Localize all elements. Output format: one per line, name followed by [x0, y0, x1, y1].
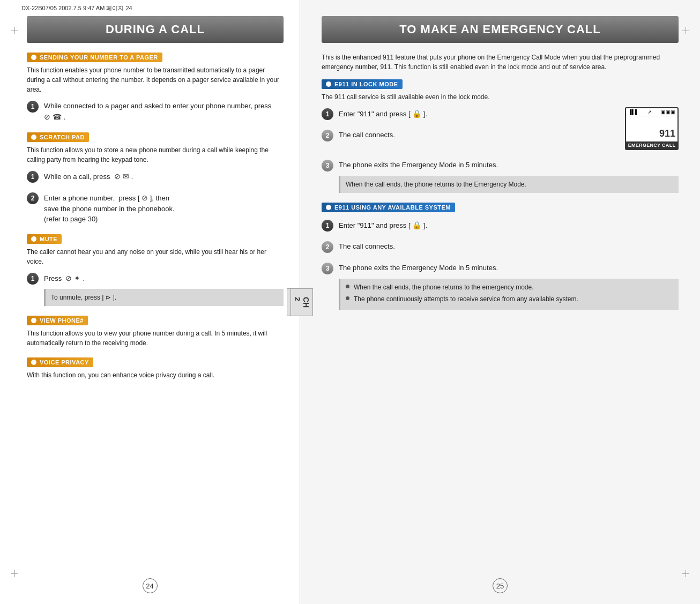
- ch-tab-right: CH2: [291, 288, 313, 316]
- section-header-e911any: E911 USING ANY AVAILABLE SYSTEM: [322, 203, 455, 212]
- section-scratch: SCRATCH PAD This function allows you to …: [27, 132, 284, 225]
- section-label-sending: SENDING YOUR NUMBER TO A PAGER: [40, 54, 158, 61]
- section-label-mute: MUTE: [40, 236, 57, 242]
- step-num-mute-1: 1: [27, 273, 39, 285]
- section-body-sending: This function enables your phone number …: [27, 65, 284, 94]
- step-text-e911lock-2: The call connects.: [339, 129, 395, 140]
- step-num-e911lock-3: 3: [322, 160, 333, 171]
- step-num-scratch-2: 2: [27, 192, 39, 204]
- step-e911any-1: 1 Enter "911" and press [ 🔒 ].: [322, 219, 679, 232]
- dot-e911lock: [326, 81, 331, 87]
- section-voiceprivacy: VOICE PRIVACY With this function on, you…: [27, 357, 284, 380]
- note-bullet-1: When the call ends, the phone returns to…: [346, 282, 673, 292]
- mute-note: To unmute, press [ ⊳ ].: [44, 289, 284, 306]
- section-label-e911any: E911 USING ANY AVAILABLE SYSTEM: [334, 204, 451, 211]
- step-text-scratch-1: While on a call, press ⊘ ✉ .: [44, 170, 133, 182]
- step-text-e911any-2: The call connects.: [339, 240, 395, 252]
- dot-viewphone: [31, 318, 36, 323]
- step-text-e911any-3: The phone exits the Emergency Mode in 5 …: [339, 262, 498, 273]
- left-page-title: DURING A CALL: [27, 16, 284, 43]
- dot-mute: [31, 236, 36, 242]
- section-header-scratch: SCRATCH PAD: [27, 132, 89, 142]
- section-header-sending: SENDING YOUR NUMBER TO A PAGER: [27, 53, 162, 62]
- dot-scratch: [31, 135, 36, 140]
- section-header-e911lock: E911 IN LOCK MODE: [322, 79, 403, 89]
- step-sending-1: 1 While connected to a pager and asked t…: [27, 100, 284, 123]
- dot-e911any: [326, 205, 331, 210]
- phone-emergency-bar: EMERGENCY CALL: [626, 141, 677, 149]
- step-num-e911lock-2: 2: [322, 130, 333, 141]
- section-label-viewphone: VIEW PHONE#: [40, 317, 84, 324]
- step-num-e911lock-1: 1: [322, 108, 333, 120]
- step-num-e911any-2: 2: [322, 241, 333, 253]
- note-bullet-2: The phone continuously attempts to recei…: [346, 294, 673, 304]
- step-text-e911any-1: Enter "911" and press [ 🔒 ].: [339, 219, 427, 231]
- reg-mark-tl: [11, 27, 18, 34]
- bullet-dot-2: [346, 296, 349, 300]
- reg-mark-br: [682, 570, 689, 577]
- phone-screen: ▐▌▌ ↗ ▣▣▣ 911 EMERGENCY CALL: [625, 107, 679, 150]
- icon-phone-sym: ⊘ ☎ .: [44, 113, 66, 121]
- doc-meta: DX-22B07/05 2002.7.5 9:47 AM 페이지 24: [21, 4, 132, 12]
- step-e911lock-1: 1 Enter "911" and press [ 🔒 ].: [322, 107, 597, 120]
- section-body-e911lock: The 911 call service is still available …: [322, 92, 679, 102]
- signal-icon: ▐▌▌: [628, 109, 638, 115]
- right-page: TO MAKE AN EMERGENCY CALL This is the en…: [300, 0, 700, 604]
- section-viewphone: VIEW PHONE# This function allows you to …: [27, 316, 284, 348]
- section-e911any: E911 USING ANY AVAILABLE SYSTEM 1 Enter …: [322, 203, 679, 310]
- phone-screen-content: 911: [626, 116, 677, 141]
- step-e911any-3: 3 The phone exits the Emergency Mode in …: [322, 262, 679, 274]
- section-sending: SENDING YOUR NUMBER TO A PAGER This func…: [27, 53, 284, 123]
- page-number-left: 24: [143, 578, 158, 593]
- section-label-e911lock: E911 IN LOCK MODE: [334, 81, 398, 87]
- step-num-e911any-1: 1: [322, 220, 333, 232]
- step-text-e911lock-3: The phone exits the Emergency Mode in 5 …: [339, 159, 498, 170]
- section-header-mute: MUTE: [27, 234, 62, 244]
- step-text-mute-1: Press ⊘ ✦ .: [44, 272, 85, 284]
- section-body-viewphone: This function allows you to view your ph…: [27, 329, 284, 348]
- e911lock-note: When the call ends, the phone returns to…: [339, 176, 679, 193]
- call-icon: ↗: [647, 109, 652, 115]
- step-text-sending-1: While connected to a pager and asked to …: [44, 100, 284, 123]
- bullet-dot-1: [346, 285, 349, 288]
- note-text-2: The phone continuously attempts to recei…: [354, 294, 578, 304]
- section-header-voiceprivacy: VOICE PRIVACY: [27, 357, 93, 367]
- icon-mute-sym: ⊘ ✦ .: [65, 274, 85, 282]
- step-num-sending-1: 1: [27, 101, 39, 113]
- battery-icon: ▣▣▣: [661, 109, 675, 115]
- e911any-notes: When the call ends, the phone returns to…: [339, 279, 679, 310]
- dot-sending: [31, 55, 36, 60]
- section-header-viewphone: VIEW PHONE#: [27, 316, 88, 325]
- phone-status-bar: ▐▌▌ ↗ ▣▣▣: [626, 108, 677, 116]
- step-scratch-1: 1 While on a call, press ⊘ ✉ .: [27, 170, 284, 183]
- section-body-mute: The caller cannot hear you and any noise…: [27, 247, 284, 266]
- right-intro: This is the enhanced 911 feature that pu…: [322, 53, 679, 72]
- left-page: DX-22B07/05 2002.7.5 9:47 AM 페이지 24 DURI…: [0, 0, 300, 604]
- reg-mark-tr: [682, 27, 689, 34]
- note-text-1: When the call ends, the phone returns to…: [354, 282, 534, 292]
- section-label-scratch: SCRATCH PAD: [40, 134, 85, 140]
- section-e911lock: E911 IN LOCK MODE The 911 call service i…: [322, 79, 679, 193]
- section-body-voiceprivacy: With this function on, you can enhance v…: [27, 370, 284, 380]
- mute-note-text: To unmute, press [ ⊳ ].: [51, 293, 278, 302]
- step-num-scratch-1: 1: [27, 171, 39, 183]
- page-number-right: 25: [493, 578, 508, 593]
- section-mute: MUTE The caller cannot hear you and any …: [27, 234, 284, 306]
- icon-scratch-sym: ⊘ ✉ .: [114, 172, 133, 181]
- reg-mark-bl: [11, 570, 18, 577]
- section-body-scratch: This function allows you to store a new …: [27, 145, 284, 165]
- phone-911-display: 911: [659, 128, 675, 139]
- step-e911lock-3: 3 The phone exits the Emergency Mode in …: [322, 159, 679, 171]
- e911lock-note-text: When the call ends, the phone returns to…: [346, 180, 673, 189]
- dot-voiceprivacy: [31, 360, 36, 365]
- step-scratch-2: 2 Enter a phone number, press [ ⊘ ], the…: [27, 191, 284, 225]
- step-text-scratch-2: Enter a phone number, press [ ⊘ ], then …: [44, 191, 175, 225]
- step-e911any-2: 2 The call connects.: [322, 240, 679, 253]
- step-e911lock-2: 2 The call connects.: [322, 129, 597, 141]
- step-num-e911any-3: 3: [322, 263, 333, 274]
- section-label-voiceprivacy: VOICE PRIVACY: [40, 359, 89, 366]
- step-mute-1: 1 Press ⊘ ✦ .: [27, 272, 284, 285]
- right-page-title: TO MAKE AN EMERGENCY CALL: [322, 16, 679, 43]
- step-text-e911lock-1: Enter "911" and press [ 🔒 ].: [339, 107, 427, 120]
